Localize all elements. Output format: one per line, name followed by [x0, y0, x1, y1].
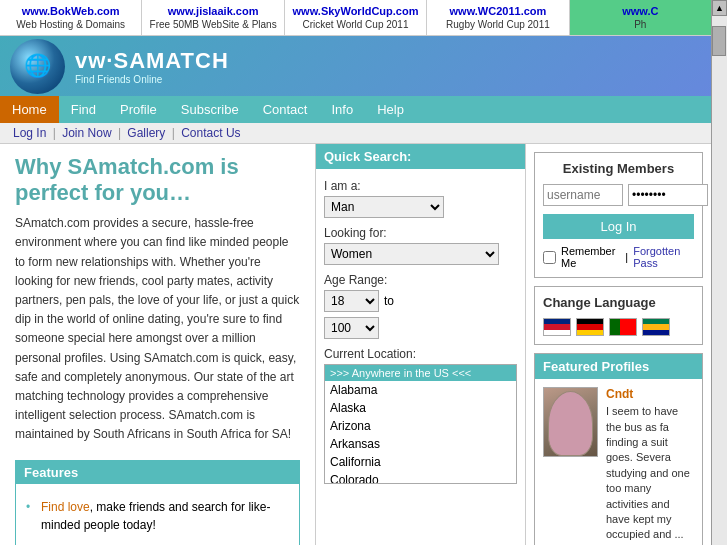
ad-item-3[interactable]: www.WC2011.com Rugby World Cup 2011 [427, 0, 569, 35]
lang-flags [543, 318, 694, 336]
em-inputs [543, 184, 694, 206]
nav-find[interactable]: Find [59, 96, 108, 123]
qs-age-label: Age Range: [324, 273, 517, 287]
qs-looking-select[interactable]: Women Men Either [324, 243, 499, 265]
globe-icon: 🌐 [10, 39, 65, 94]
ad-sub-3: Rugby World Cup 2011 [433, 18, 562, 31]
find-love-link[interactable]: Find love [41, 500, 90, 514]
feature-item-1: Find your ideal match with our intellige… [26, 538, 289, 545]
nav-contact[interactable]: Contact [251, 96, 320, 123]
featured-profile-0: Cndt I seem to have the bus as fa findin… [535, 379, 702, 545]
remember-checkbox[interactable] [543, 251, 556, 264]
quick-search-panel: Quick Search: I am a: Man Woman Looking … [316, 144, 525, 500]
header: 🌐 vw·SAMATCH Find Friends Online [0, 36, 711, 96]
subnav-gallery[interactable]: Gallery [127, 126, 165, 140]
profile-name-0[interactable]: Cndt [606, 387, 694, 401]
sep-2: | [118, 126, 121, 140]
qs-title: Quick Search: [316, 144, 525, 169]
ad-title-3: www.WC2011.com [433, 4, 562, 18]
loc-california[interactable]: California [325, 453, 516, 471]
main-heading: Why SAmatch.com is perfect for you… [15, 154, 300, 206]
qs-age-range: Age Range: 18 19 20 to 100 [324, 273, 517, 339]
qs-i-am-select[interactable]: Man Woman [324, 196, 444, 218]
flag-uk[interactable] [543, 318, 571, 336]
left-column: Why SAmatch.com is perfect for you… SAma… [0, 144, 316, 545]
qs-age-min-select[interactable]: 18 19 20 [324, 290, 379, 312]
feature-item-0: Find love, make friends and search for l… [26, 494, 289, 538]
global-scrollbar: ▲ ▼ [711, 0, 727, 545]
right-column: Existing Members Log In Remember Me | Fo… [526, 144, 711, 545]
features-list: Find love, make friends and search for l… [26, 494, 289, 545]
main-description: SAmatch.com provides a secure, hassle-fr… [15, 214, 300, 444]
ad-title-2: www.SkyWorldCup.com [291, 4, 420, 18]
qs-i-am-a: I am a: Man Woman [324, 179, 517, 218]
change-language-box: Change Language [534, 286, 703, 345]
qs-age-inputs: 18 19 20 to [324, 290, 517, 312]
features-box: Features Find love, make friends and sea… [15, 460, 300, 545]
main-content: Why SAmatch.com is perfect for you… SAma… [0, 144, 711, 545]
scroll-up-arrow[interactable]: ▲ [712, 0, 727, 16]
flag-za[interactable] [642, 318, 670, 336]
qs-location-label: Current Location: [324, 347, 517, 361]
ad-title-4: www.C [576, 4, 705, 18]
ad-sub-2: Cricket World Cup 2011 [291, 18, 420, 31]
subnav-contact[interactable]: Contact Us [181, 126, 240, 140]
ad-sub-0: Web Hosting & Domains [6, 18, 135, 31]
nav-profile[interactable]: Profile [108, 96, 169, 123]
ad-item-2[interactable]: www.SkyWorldCup.com Cricket World Cup 20… [285, 0, 427, 35]
logo-sub: Find Friends Online [75, 74, 701, 85]
subnav-join[interactable]: Join Now [62, 126, 111, 140]
profile-desc-0: I seem to have the bus as fa finding a s… [606, 404, 694, 543]
remember-label: Remember Me [561, 245, 620, 269]
forgot-password-link[interactable]: Forgotten Pass [633, 245, 694, 269]
nav-home[interactable]: Home [0, 96, 59, 123]
ad-item-0[interactable]: www.BokWeb.com Web Hosting & Domains [0, 0, 142, 35]
nav-help[interactable]: Help [365, 96, 416, 123]
middle-column: Quick Search: I am a: Man Woman Looking … [316, 144, 526, 545]
features-title: Features [16, 461, 299, 484]
scroll-thumb[interactable] [712, 26, 726, 56]
ad-item-1[interactable]: www.jislaaik.com Free 50MB WebSite & Pla… [142, 0, 284, 35]
ad-sub-4: Ph [576, 18, 705, 31]
profile-info-0: Cndt I seem to have the bus as fa findin… [606, 387, 694, 543]
flag-pt[interactable] [609, 318, 637, 336]
password-input[interactable] [628, 184, 708, 206]
ad-title-0: www.BokWeb.com [6, 4, 135, 18]
qs-age-max-select[interactable]: 100 90 80 [324, 317, 379, 339]
login-button[interactable]: Log In [543, 214, 694, 239]
ad-title-1: www.jislaaik.com [148, 4, 277, 18]
ad-bar: www.BokWeb.com Web Hosting & Domains www… [0, 0, 711, 36]
logo-text: vw·SAMATCH [75, 48, 701, 74]
loc-alabama[interactable]: Alabama [325, 381, 516, 399]
nav-bar: Home Find Profile Subscribe Contact Info… [0, 96, 711, 123]
remember-me-row: Remember Me | Forgotten Pass [543, 245, 694, 269]
site-logo: vw·SAMATCH Find Friends Online [75, 48, 701, 85]
em-title: Existing Members [543, 161, 694, 176]
qs-looking-for: Looking for: Women Men Either [324, 226, 517, 265]
scroll-track[interactable] [712, 16, 727, 545]
ad-item-4[interactable]: www.C Ph [570, 0, 711, 35]
flag-de[interactable] [576, 318, 604, 336]
username-input[interactable] [543, 184, 623, 206]
loc-arkansas[interactable]: Arkansas [325, 435, 516, 453]
qs-i-am-label: I am a: [324, 179, 517, 193]
ad-sub-1: Free 50MB WebSite & Plans [148, 18, 277, 31]
location-header[interactable]: >>> Anywhere in the US <<< [325, 365, 516, 381]
sub-nav: Log In | Join Now | Gallery | Contact Us [0, 123, 711, 144]
loc-alaska[interactable]: Alaska [325, 399, 516, 417]
featured-profiles-box: Featured Profiles Cndt I seem to have th… [534, 353, 703, 545]
nav-subscribe[interactable]: Subscribe [169, 96, 251, 123]
qs-looking-label: Looking for: [324, 226, 517, 240]
profile-avatar-0 [543, 387, 598, 457]
existing-members-box: Existing Members Log In Remember Me | Fo… [534, 152, 703, 278]
nav-info[interactable]: Info [319, 96, 365, 123]
loc-colorado[interactable]: Colorado [325, 471, 516, 484]
feat-title: Featured Profiles [535, 354, 702, 379]
cl-title: Change Language [543, 295, 694, 310]
sep: | [625, 251, 628, 263]
age-to-label: to [384, 294, 394, 308]
subnav-login[interactable]: Log In [13, 126, 46, 140]
location-list[interactable]: >>> Anywhere in the US <<< Alabama Alask… [324, 364, 517, 484]
loc-arizona[interactable]: Arizona [325, 417, 516, 435]
sep-3: | [172, 126, 175, 140]
